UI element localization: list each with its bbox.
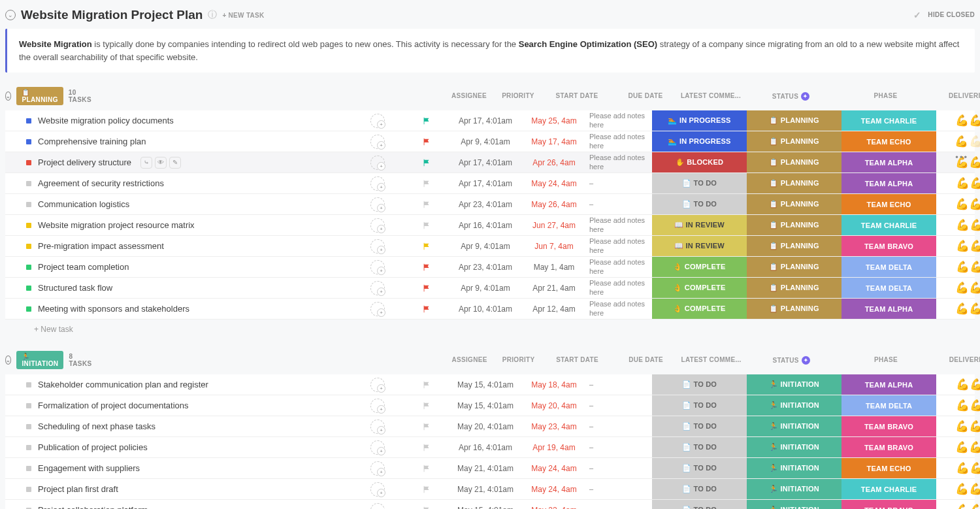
phase-cell[interactable]: 📋 PLANNING [747,110,841,131]
status-cell[interactable]: 📄 TO DO [652,194,747,214]
subtask-icon[interactable]: ⤷ [140,157,152,169]
assignee-avatar[interactable] [370,399,385,413]
task-name[interactable]: Project delivery structure [38,157,131,167]
latest-comment[interactable]: Please add notes here [587,236,652,256]
col-priority[interactable]: PRIORITY [495,90,541,103]
priority-flag[interactable] [404,236,449,256]
status-square-icon[interactable] [26,202,31,207]
team-cell[interactable]: TEAM ALPHA [841,152,936,172]
task-row[interactable]: Project collaboration platform May 15, 4… [5,500,975,509]
priority-flag[interactable] [404,257,449,277]
latest-comment[interactable]: – [587,437,652,457]
phase-cell[interactable]: 📋 PLANNING [747,278,841,298]
col-comment[interactable]: LATEST COMME... [678,90,743,103]
status-cell[interactable]: 📄 TO DO [652,374,747,395]
phase-cell[interactable]: 🏃 INITIATION [747,374,841,395]
new-task-row[interactable]: + New task [5,320,975,339]
new-task-button[interactable]: + NEW TASK [222,12,264,19]
status-cell[interactable]: 🏊 IN PROGRESS [652,110,747,131]
task-row[interactable]: Project delivery structure ⤷👁✎ Apr 17, 4… [5,152,975,173]
col-start[interactable]: START DATE [541,90,613,103]
latest-comment[interactable]: – [587,479,652,499]
assignee-avatar[interactable] [370,378,385,392]
tag-icon[interactable]: 👁 [155,157,167,169]
task-row[interactable]: Agreement of security restrictions Apr 1… [5,173,975,194]
team-cell[interactable]: TEAM DELTA [841,395,936,416]
effort-cell[interactable]: 💪💪💪💪💪 [936,395,980,416]
status-cell[interactable]: 📄 TO DO [652,395,747,416]
phase-cell[interactable]: 📋 PLANNING [747,236,841,256]
assignee-avatar[interactable] [370,461,385,476]
due-date[interactable]: May 1, 4am [521,257,587,277]
task-row[interactable]: Structured task flow Apr 9, 4:01am Apr 2… [5,278,975,299]
team-cell[interactable]: TEAM ALPHA [841,374,936,395]
effort-cell[interactable]: 💪💪💪💪💪 [936,278,980,298]
latest-comment[interactable]: – [587,395,652,416]
task-row[interactable]: Communication logistics Apr 23, 4:01am M… [5,194,975,215]
start-date[interactable]: May 15, 4:01am [449,500,521,509]
effort-cell[interactable]: 💪💪💪💪💪 [936,173,980,193]
latest-comment[interactable]: – [587,500,652,509]
col-status[interactable]: STATUS✦ [743,90,838,103]
task-row[interactable]: Pre-migration impact assessment Apr 9, 4… [5,236,975,257]
assignee-avatar[interactable] [370,419,385,434]
col-status[interactable]: STATUS✦ [744,353,839,367]
latest-comment[interactable]: Please add notes here [587,131,652,152]
col-comment[interactable]: LATEST COMME... [679,353,744,367]
latest-comment[interactable]: – [587,416,652,436]
start-date[interactable]: Apr 9, 4:01am [449,278,521,298]
due-date[interactable]: May 24, 4am [521,458,587,478]
team-cell[interactable]: TEAM DELTA [841,278,936,298]
status-cell[interactable]: 📄 TO DO [652,416,747,436]
status-square-icon[interactable] [26,286,31,291]
team-cell[interactable]: TEAM ALPHA [841,173,936,193]
priority-flag[interactable] [404,152,449,172]
due-date[interactable]: May 25, 4am [521,110,587,131]
assignee-avatar[interactable] [370,260,385,274]
section-badge[interactable]: 📋 PLANNING [16,87,63,105]
effort-cell[interactable]: 💪💪💪💪💪 [936,374,980,395]
start-date[interactable]: Apr 10, 4:01am [449,299,521,319]
team-cell[interactable]: TEAM CHARLIE [841,479,936,499]
start-date[interactable]: Apr 16, 4:01am [449,437,521,457]
status-square-icon[interactable] [26,181,31,186]
col-phase[interactable]: PHASE [838,90,933,103]
start-date[interactable]: May 20, 4:01am [449,416,521,436]
task-name[interactable]: Project plan first draft [38,484,118,494]
effort-cell[interactable]: 💪💪💪💪💪 [936,479,980,499]
status-square-icon[interactable] [26,223,31,228]
effort-cell[interactable]: 💪💪💪💪💪 [936,500,980,509]
team-cell[interactable]: TEAM BRAVO [841,437,936,457]
latest-comment[interactable]: Please add notes here [587,110,652,131]
col-due[interactable]: DUE DATE [613,353,679,367]
col-priority[interactable]: PRIORITY [496,353,542,367]
phase-cell[interactable]: 🏃 INITIATION [747,416,841,436]
status-cell[interactable]: 📄 TO DO [652,479,747,499]
priority-flag[interactable] [404,479,449,499]
task-name[interactable]: Meeting with sponsors and stakeholders [38,304,189,314]
team-cell[interactable]: TEAM BRAVO [841,236,936,256]
priority-flag[interactable] [404,500,449,509]
priority-flag[interactable] [404,215,449,235]
task-row[interactable]: Meeting with sponsors and stakeholders A… [5,299,975,320]
priority-flag[interactable] [404,299,449,319]
status-cell[interactable]: 👌 COMPLETE [652,257,747,277]
team-cell[interactable]: TEAM BRAVO [841,416,936,436]
effort-cell[interactable]: 💪💪💪💪💪 [936,236,980,256]
due-date[interactable]: Apr 12, 4am [521,299,587,319]
task-row[interactable]: Comprehensive training plan Apr 9, 4:01a… [5,131,975,152]
start-date[interactable]: Apr 17, 4:01am [449,173,521,193]
due-date[interactable]: May 24, 4am [521,479,587,499]
status-cell[interactable]: 📄 TO DO [652,500,747,509]
task-name[interactable]: Project collaboration platform [38,505,148,509]
priority-flag[interactable] [404,416,449,436]
task-name[interactable]: Website migration project resource matri… [38,220,195,230]
status-square-icon[interactable] [26,118,31,123]
phase-cell[interactable]: 📋 PLANNING [747,194,841,214]
status-square-icon[interactable] [26,382,31,387]
info-icon[interactable]: ⓘ [208,9,217,21]
start-date[interactable]: May 15, 4:01am [449,374,521,395]
assignee-avatar[interactable] [370,218,385,233]
priority-flag[interactable] [404,437,449,457]
start-date[interactable]: Apr 17, 4:01am [449,152,521,172]
